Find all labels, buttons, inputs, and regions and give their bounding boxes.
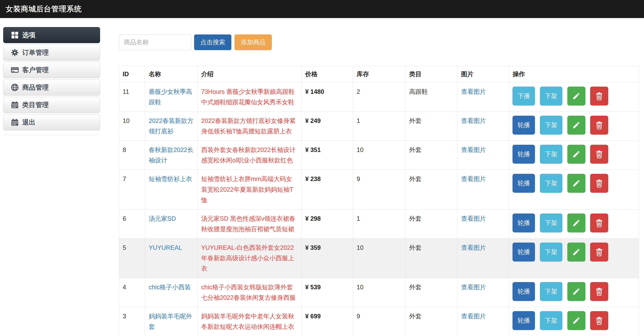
globe-icon	[11, 84, 18, 91]
cell-intro: YUYUREAL-白色西装外套女2022年春新款高级设计感小众小西服上衣	[198, 238, 302, 278]
pencil-icon	[572, 287, 580, 296]
delete-button[interactable]	[590, 174, 608, 193]
product-name-link[interactable]: 2022春装新款方领打底衫	[149, 117, 194, 135]
product-name-link[interactable]: 蔷薇少女秋季高跟鞋	[149, 88, 192, 106]
cell-category: 外套	[406, 170, 458, 209]
carousel-button[interactable]: 轮播	[512, 174, 535, 193]
cell-stock: 1	[353, 112, 406, 141]
cell-price: ¥ 249	[302, 112, 353, 141]
carousel-button[interactable]: 轮播	[512, 311, 535, 330]
product-name-link[interactable]: YUYUREAL	[149, 244, 182, 251]
edit-button[interactable]	[567, 282, 585, 301]
cell-category: 外套	[406, 278, 458, 307]
product-name-link[interactable]: 妈妈装羊毛呢外套	[149, 313, 192, 330]
cell-image: 查看图片	[458, 83, 509, 112]
cell-actions: 轮播 下架	[509, 209, 639, 238]
sidebar-item-customers[interactable]: 客户管理	[3, 62, 100, 78]
table-row: 6 汤元家SD 汤元家SD 黑色性感深v领连衣裙春秋收腰显瘦泡泡袖百褶裙气质短裙…	[119, 209, 639, 238]
cell-name: 2022春装新款方领打底衫	[145, 112, 197, 141]
sidebar: 选项	[3, 27, 100, 336]
add-product-button[interactable]: 添加商品	[234, 35, 272, 50]
view-image-link[interactable]: 查看图片	[461, 88, 486, 95]
cell-intro: 短袖雪纺衫上衣胖mm高端大码女装宽松2022年夏装新款妈妈短袖T恤	[198, 170, 302, 209]
cell-intro: chic格子小西装女韩版短款薄外套七分袖2022春装休闲复古修身西服	[198, 278, 302, 307]
sidebar-item-orders[interactable]: 订单管理	[3, 45, 100, 61]
product-price: ¥ 249	[305, 117, 321, 124]
delete-button[interactable]	[590, 311, 608, 330]
cell-id: 10	[119, 112, 145, 141]
cell-actions: 下播 下架	[509, 83, 639, 112]
edit-button[interactable]	[567, 243, 585, 261]
delete-button[interactable]	[590, 87, 608, 105]
table-row: 3 妈妈装羊毛呢外套 妈妈装羊毛呢外套中老年人女装秋冬新款短呢大衣运动休闲连帽上…	[119, 307, 639, 336]
trash-icon	[595, 150, 603, 158]
edit-button[interactable]	[567, 116, 585, 134]
edit-button[interactable]	[567, 311, 585, 330]
cell-name: 汤元家SD	[145, 209, 197, 238]
product-price: ¥ 238	[305, 176, 321, 183]
off-shelf-button[interactable]: 下架	[540, 214, 562, 232]
off-shelf-button[interactable]: 下架	[540, 87, 562, 105]
trash-icon	[595, 219, 603, 227]
cell-stock: 1	[353, 209, 406, 238]
view-image-link[interactable]: 查看图片	[461, 284, 486, 291]
cell-category: 外套	[406, 238, 458, 278]
product-name-link[interactable]: 汤元家SD	[149, 215, 176, 222]
off-shelf-button[interactable]: 下架	[540, 174, 562, 193]
view-image-link[interactable]: 查看图片	[461, 146, 486, 153]
off-shelf-button[interactable]: 下架	[540, 311, 562, 330]
delete-button[interactable]	[590, 145, 608, 163]
sidebar-item-logout[interactable]: 退出	[3, 114, 100, 130]
col-header-category: 类目	[406, 66, 458, 83]
off-shelf-button[interactable]: 下架	[540, 243, 562, 261]
off-shelf-button[interactable]: 下架	[540, 145, 562, 163]
search-button[interactable]: 点击搜索	[194, 35, 231, 50]
product-name-link[interactable]: chic格子小西装	[149, 284, 191, 291]
view-image-link[interactable]: 查看图片	[461, 176, 486, 183]
cell-actions: 轮播 下架	[509, 307, 639, 336]
cell-price: ¥ 699	[302, 307, 353, 336]
col-header-id: ID	[119, 66, 145, 83]
products-table: ID 名称 介绍 价格 库存 类目 图片 操作 11 蔷薇少女秋季高跟鞋 73H…	[119, 66, 639, 336]
delete-button[interactable]	[590, 243, 608, 261]
toolbar: 点击搜索 添加商品	[119, 35, 639, 50]
edit-button[interactable]	[567, 87, 585, 105]
cell-intro: 2022春装新款方领打底衫女修身紧身低领长袖T恤高腰短款露脐上衣	[198, 112, 302, 141]
trash-icon	[595, 316, 603, 325]
delete-button[interactable]	[590, 214, 608, 232]
view-image-link[interactable]: 查看图片	[461, 313, 486, 320]
cell-intro: 妈妈装羊毛呢外套中老年人女装秋冬新款短呢大衣运动休闲连帽上衣	[198, 307, 302, 336]
view-image-link[interactable]: 查看图片	[461, 215, 486, 222]
cell-id: 3	[119, 307, 145, 336]
sidebar-item-label: 类目管理	[22, 100, 49, 109]
product-name-link[interactable]: 春秋新款2022长袖设计	[149, 146, 194, 164]
cell-intro: 西装外套女春秋新款2022长袖设计感宽松休闲ol职业小西服秋款红色	[198, 141, 302, 170]
table-row: 10 2022春装新款方领打底衫 2022春装新款方领打底衫女修身紧身低领长袖T…	[119, 112, 639, 141]
sidebar-item-options[interactable]: 选项	[3, 27, 100, 43]
search-input[interactable]	[119, 35, 191, 50]
carousel-button[interactable]: 下播	[512, 87, 535, 105]
carousel-button[interactable]: 轮播	[512, 116, 535, 134]
carousel-button[interactable]: 轮播	[512, 243, 535, 261]
edit-button[interactable]	[567, 214, 585, 232]
view-image-link[interactable]: 查看图片	[461, 244, 486, 251]
col-header-stock: 库存	[353, 66, 406, 83]
carousel-button[interactable]: 轮播	[512, 145, 535, 163]
delete-button[interactable]	[590, 282, 608, 301]
sidebar-item-products[interactable]: 商品管理	[3, 79, 100, 95]
view-image-link[interactable]: 查看图片	[461, 117, 486, 124]
product-name-link[interactable]: 短袖雪纺衫上衣	[149, 176, 192, 183]
off-shelf-button[interactable]: 下架	[540, 116, 562, 134]
product-intro: 西装外套女春秋新款2022长袖设计感宽松休闲ol职业小西服秋款红色	[201, 146, 296, 164]
cell-price: ¥ 351	[302, 141, 353, 170]
carousel-button[interactable]: 轮播	[512, 214, 535, 232]
carousel-button[interactable]: 轮播	[512, 282, 535, 301]
sidebar-item-categories[interactable]: 类目管理	[3, 97, 100, 113]
edit-button[interactable]	[567, 145, 585, 163]
edit-button[interactable]	[567, 174, 585, 193]
delete-button[interactable]	[590, 116, 608, 134]
cell-stock: 2	[353, 83, 406, 112]
cell-stock: 9	[353, 170, 406, 209]
table-header-row: ID 名称 介绍 价格 库存 类目 图片 操作	[119, 66, 639, 83]
off-shelf-button[interactable]: 下架	[540, 282, 562, 301]
